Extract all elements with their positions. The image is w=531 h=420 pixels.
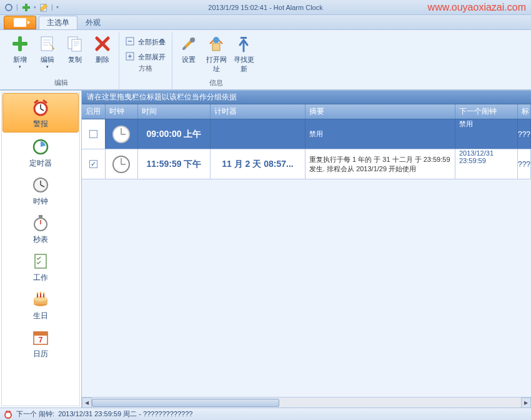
delete-button[interactable]: 删除 <box>90 32 115 64</box>
cell-next-alarm: 2013/12/3123:59:59 <box>455 149 518 179</box>
quick-access-toolbar: | ▾ | ▾ <box>0 2 59 12</box>
sidebar: 警报 定时器 时钟 秒表 工作 生日 7 <box>0 91 82 408</box>
col-header-mark[interactable]: 标 <box>518 104 531 119</box>
group-label-info: 信息 <box>209 78 223 89</box>
new-button[interactable]: 新增▾ <box>7 32 32 69</box>
check-update-button[interactable]: 寻找更新 <box>231 32 256 74</box>
svg-text:7: 7 <box>39 336 43 344</box>
file-menu-button[interactable] <box>4 16 36 29</box>
svg-point-11 <box>190 38 195 42</box>
svg-rect-12 <box>212 43 220 51</box>
copy-icon <box>65 34 85 54</box>
status-label: 下一个 闹钟: <box>16 409 54 419</box>
qat-separator: | <box>16 4 19 11</box>
clock-face-icon <box>112 126 130 143</box>
cell-mark: ??? <box>518 119 531 149</box>
svg-rect-6 <box>41 37 52 51</box>
scroll-thumb[interactable] <box>92 399 279 407</box>
calendar-icon: 7 <box>31 328 51 348</box>
timer-icon <box>31 137 51 157</box>
sidebar-item-stopwatch[interactable]: 秒表 <box>2 209 79 248</box>
sidebar-item-clock[interactable]: 时钟 <box>2 171 79 209</box>
group-label-grid: 方格 <box>139 64 152 75</box>
qat-edit-icon[interactable] <box>39 2 49 12</box>
ribbon-group-info: 设置 打开网址 寻找更新 信息 <box>172 32 260 89</box>
svg-point-0 <box>6 4 12 11</box>
sidebar-item-timer[interactable]: 定时器 <box>2 133 79 171</box>
ribbon-group-edit: 新增▾ 编辑▾ 复制 删除 编辑 <box>4 32 119 89</box>
title-bar: | ▾ | ▾ 2013/1/29 15:02:41 - Hot Alarm C… <box>0 0 531 15</box>
expand-all-button[interactable]: 全部展开 <box>123 50 168 64</box>
cell-timer: 11 月 2 天 08:57... <box>211 149 305 179</box>
edit-icon <box>37 34 57 54</box>
cell-time: 11:59:59 下午 <box>138 149 211 179</box>
svg-rect-14 <box>241 37 247 39</box>
scroll-left-button[interactable]: ◀ <box>82 398 92 408</box>
svg-rect-5 <box>12 42 27 46</box>
clock-face-icon <box>112 156 130 173</box>
col-header-timer[interactable]: 计时器 <box>211 104 305 119</box>
stopwatch-icon <box>31 213 51 233</box>
table-row[interactable]: 09:00:00 上午 禁用 禁用 ??? <box>82 119 531 149</box>
status-value: 2013/12/31 23:59:59 周二 - ????????????? <box>58 409 192 419</box>
table-row[interactable]: 11:59:59 下午 11 月 2 天 08:57... 重复执行于每 1 年… <box>82 149 531 179</box>
cell-timer <box>211 119 305 149</box>
svg-point-26 <box>42 292 44 294</box>
tab-main[interactable]: 主选单 <box>39 16 77 29</box>
enable-checkbox[interactable] <box>89 160 97 168</box>
tools-icon <box>179 34 199 54</box>
col-header-clock[interactable]: 时钟 <box>106 104 138 119</box>
qat-dropdown-icon[interactable]: ▾ <box>34 5 36 10</box>
sidebar-item-alarm[interactable]: 警报 <box>2 93 79 132</box>
expand-icon <box>126 52 136 62</box>
ribbon: 新增▾ 编辑▾ 复制 删除 编辑 全部折叠 全部 <box>0 30 531 90</box>
update-arrow-icon <box>234 34 254 54</box>
status-bar: 下一个 闹钟: 2013/12/31 23:59:59 周二 - ???????… <box>0 408 531 420</box>
status-alarm-icon <box>4 410 12 419</box>
qat-separator-2: | <box>51 4 54 11</box>
plus-icon <box>10 34 30 54</box>
sidebar-item-calendar[interactable]: 7 日历 <box>2 324 79 362</box>
cell-mark: ??? <box>518 149 531 179</box>
qat-customize-icon[interactable]: ▾ <box>56 4 59 10</box>
clock-icon <box>31 175 51 195</box>
cell-time: 09:00:00 上午 <box>138 119 211 149</box>
scroll-right-button[interactable]: ▶ <box>521 398 531 408</box>
cell-next-alarm: 禁用 <box>455 119 518 149</box>
enable-checkbox[interactable] <box>89 130 97 138</box>
ribbon-group-grid: 全部折叠 全部展开 方格 <box>119 32 172 89</box>
task-icon <box>31 251 51 271</box>
grid-body: 09:00:00 上午 禁用 禁用 ??? 11:59:59 下午 11 月 2… <box>82 119 531 397</box>
delete-icon <box>92 34 112 54</box>
sidebar-item-birthday[interactable]: 生日 <box>2 286 79 324</box>
svg-rect-2 <box>22 6 30 9</box>
qat-refresh-icon[interactable] <box>4 2 14 12</box>
qat-add-icon[interactable] <box>21 2 31 12</box>
horizontal-scrollbar[interactable]: ◀ ▶ <box>82 397 531 408</box>
edit-button[interactable]: 编辑▾ <box>35 32 60 69</box>
svg-point-25 <box>39 292 41 294</box>
sidebar-item-task[interactable]: 工作 <box>2 248 79 286</box>
cell-summary: 重复执行于每 1 年的 于 31 十二月 于 23:59:59 发生. 排程会从… <box>305 149 455 179</box>
group-label-edit: 编辑 <box>54 78 68 89</box>
ribbon-tab-strip: 主选单 外观 <box>0 15 531 30</box>
grouping-hint-bar[interactable]: 请在这里拖曳栏位标题以该栏位当作分组依据 <box>82 91 531 104</box>
cell-summary: 禁用 <box>305 119 455 149</box>
collapse-all-button[interactable]: 全部折叠 <box>123 35 168 49</box>
copy-button[interactable]: 复制 <box>62 32 87 64</box>
cake-icon <box>31 289 51 309</box>
settings-button[interactable]: 设置 <box>176 32 201 64</box>
alarm-clock-icon <box>31 98 51 118</box>
tab-appearance[interactable]: 外观 <box>77 16 109 29</box>
svg-rect-19 <box>39 215 42 218</box>
col-header-summary[interactable]: 摘要 <box>305 104 455 119</box>
open-url-button[interactable]: 打开网址 <box>204 32 229 74</box>
grid-header: 启用 时钟 时间 计时器 摘要 下一个闹钟 标 <box>82 104 531 119</box>
col-header-enable[interactable]: 启用 <box>82 104 106 119</box>
col-header-time[interactable]: 时间 <box>138 104 211 119</box>
content-panel: 请在这里拖曳栏位标题以该栏位当作分组依据 启用 时钟 时间 计时器 摘要 下一个… <box>82 91 531 408</box>
home-icon <box>206 34 226 54</box>
svg-point-24 <box>36 292 38 294</box>
col-header-next[interactable]: 下一个闹钟 <box>455 104 518 119</box>
svg-point-13 <box>213 37 219 43</box>
